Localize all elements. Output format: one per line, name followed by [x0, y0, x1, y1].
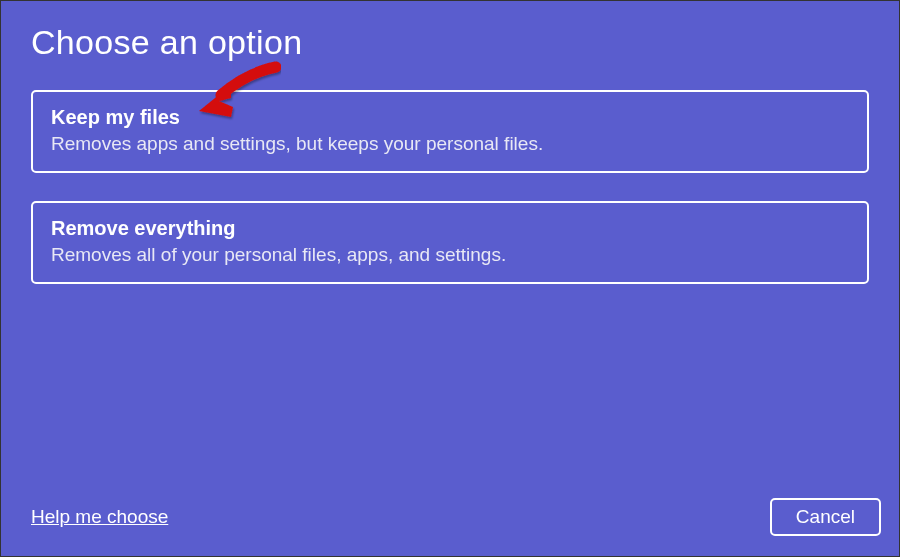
option-description: Removes all of your personal files, apps…: [51, 244, 849, 266]
option-title: Remove everything: [51, 217, 849, 240]
option-keep-my-files[interactable]: Keep my files Removes apps and settings,…: [31, 90, 869, 173]
cancel-button[interactable]: Cancel: [770, 498, 881, 536]
option-remove-everything[interactable]: Remove everything Removes all of your pe…: [31, 201, 869, 284]
page-title: Choose an option: [1, 1, 899, 62]
options-container: Keep my files Removes apps and settings,…: [1, 62, 899, 284]
footer: Help me choose Cancel: [31, 498, 881, 536]
option-title: Keep my files: [51, 106, 849, 129]
help-me-choose-link[interactable]: Help me choose: [31, 506, 168, 528]
option-description: Removes apps and settings, but keeps you…: [51, 133, 849, 155]
